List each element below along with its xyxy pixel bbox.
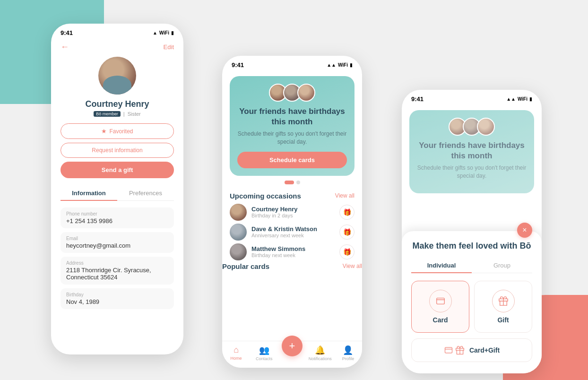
dot-1: [285, 181, 294, 184]
card-gift-combo[interactable]: Card+Gift: [411, 338, 532, 362]
star-icon: ★: [101, 128, 107, 135]
occasion-event-3: Birthday next week: [251, 252, 335, 258]
edit-button[interactable]: Edit: [164, 43, 174, 51]
gift-button-2[interactable]: 🎁: [339, 225, 355, 240]
field-phone-value: +1 254 135 9986: [66, 217, 168, 225]
tab-information[interactable]: Information: [61, 186, 117, 200]
gift-options-grid: Card Gift: [411, 281, 532, 333]
battery-icon-2: ▮: [350, 62, 353, 68]
field-birthday-label: Birthday: [66, 292, 168, 297]
status-icons-3: ▲▲ WiFi ▮: [506, 96, 532, 102]
wifi-icon-2: WiFi: [338, 62, 348, 68]
action-buttons: ★ Favorited Request information Send a g…: [51, 123, 183, 178]
svg-rect-0: [436, 298, 444, 304]
card-option[interactable]: Card: [411, 281, 469, 333]
svg-rect-1: [445, 347, 452, 353]
info-fields: Phone number +1 254 135 9986 Email heyco…: [51, 207, 183, 309]
friend-avatar-3: [297, 84, 315, 102]
occasion-item-2: Dave & Kristin Watson Anniversary next w…: [230, 224, 355, 241]
upcoming-view-all[interactable]: View all: [335, 192, 355, 199]
status-time-2: 9:41: [232, 61, 244, 69]
home-icon: ⌂: [233, 345, 239, 355]
status-icons-1: ▲ WiFi ▮: [153, 30, 174, 35]
field-phone: Phone number +1 254 135 9986: [61, 207, 174, 228]
occasion-event-1: Birthday in 2 days: [251, 213, 335, 218]
schedule-cards-button[interactable]: Schedule cards: [237, 152, 347, 168]
field-birthday: Birthday Nov 4, 1989: [61, 288, 174, 309]
occasion-info-2: Dave & Kristin Watson Anniversary next w…: [251, 225, 335, 238]
occasion-info-3: Matthew Simmons Birthday next week: [251, 245, 335, 258]
gift-label: Gift: [497, 316, 509, 324]
nav-contacts[interactable]: 👥 Contacts: [250, 345, 278, 361]
request-info-label: Request information: [92, 147, 142, 154]
profile-tabs: Information Preferences: [61, 186, 174, 201]
nav-fab[interactable]: +: [278, 345, 306, 361]
profile-icon: 👤: [343, 345, 353, 355]
status-icons-2: ▲▲ WiFi ▮: [327, 62, 353, 68]
nav-notifications[interactable]: 🔔 Notifications: [306, 345, 334, 361]
home-label: Home: [231, 356, 242, 361]
favorited-label: Favorited: [109, 128, 133, 135]
separator: |: [123, 111, 125, 117]
avatar: [98, 57, 136, 95]
battery-icon: ▮: [171, 30, 174, 35]
request-info-button[interactable]: Request information: [61, 143, 174, 158]
status-bar-2: 9:41 ▲▲ WiFi ▮: [222, 56, 362, 71]
modal-tab-individual[interactable]: Individual: [411, 258, 472, 273]
nav-home[interactable]: ⌂ Home: [222, 345, 250, 361]
fab-button[interactable]: +: [282, 336, 303, 356]
gift-option[interactable]: Gift: [474, 281, 532, 333]
signal-icon: ▲: [153, 30, 157, 35]
gift-icon: [492, 290, 515, 312]
profile-meta: Bō member | Sister: [51, 111, 183, 117]
gift-button-1[interactable]: 🎁: [339, 205, 355, 220]
modal-tabs: Individual Group: [411, 258, 532, 273]
hero-subtitle-3: Schedule their gifts so you don't forget…: [417, 164, 527, 180]
card-icon: [429, 290, 452, 312]
wifi-icon-3: WiFi: [518, 96, 527, 102]
signal-icon-3: ▲▲: [506, 96, 516, 102]
bo-member-badge: Bō member: [94, 111, 121, 117]
nav-profile[interactable]: 👤 Profile: [334, 345, 362, 361]
send-gift-label: Send a gift: [102, 166, 133, 173]
occasion-avatar-2: [230, 224, 247, 241]
modal-tab-group[interactable]: Group: [472, 258, 532, 273]
wifi-icon: WiFi: [159, 30, 169, 35]
gift-button-3[interactable]: 🎁: [339, 244, 355, 259]
occasion-name-3: Matthew Simmons: [251, 245, 335, 252]
friends-avatars-3: [417, 118, 527, 136]
send-gift-button[interactable]: Send a gift: [61, 162, 174, 178]
upcoming-section-header: Upcoming occasions View all: [222, 188, 362, 204]
modal-close-button[interactable]: ×: [517, 223, 532, 238]
field-email-value: heycortney@gmail.com: [66, 242, 168, 249]
combo-label: Card+Gift: [469, 346, 500, 354]
occasion-name-2: Dave & Kristin Watson: [251, 225, 335, 233]
occasion-avatar-3: [230, 243, 247, 260]
occasion-item-1: Courtney Henry Birthday in 2 days 🎁: [230, 204, 355, 221]
phone-profile: 9:41 ▲ WiFi ▮ ← Edit Courtney Henry Bō m…: [51, 24, 183, 354]
modal-title: Make them feel loved with Bō: [411, 241, 532, 251]
occasion-item-3: Matthew Simmons Birthday next week 🎁: [230, 243, 355, 260]
status-time-3: 9:41: [411, 95, 424, 103]
favorited-button[interactable]: ★ Favorited: [61, 123, 174, 139]
relationship-label: Sister: [128, 111, 141, 117]
contacts-icon: 👥: [259, 345, 269, 355]
battery-icon-3: ▮: [529, 96, 532, 102]
phone-modal: 9:41 ▲▲ WiFi ▮ Your friends have birthda…: [402, 90, 542, 373]
profile-name: Courtney Henry: [51, 99, 183, 109]
combo-icons: [444, 345, 465, 355]
card-label: Card: [433, 316, 448, 324]
tab-preferences[interactable]: Preferences: [117, 186, 174, 200]
field-email-label: Email: [66, 236, 168, 241]
avatar-wrapper: [51, 57, 183, 95]
popular-view-all[interactable]: View all: [343, 263, 362, 269]
back-button[interactable]: ←: [61, 42, 69, 52]
popular-title: Popular cards: [222, 262, 269, 270]
phone-home: 9:41 ▲▲ WiFi ▮ Your friends have birthda…: [222, 56, 362, 368]
dot-2: [296, 181, 300, 184]
hero-title-3: Your friends have birthdays this month: [417, 140, 527, 161]
friends-avatars: [237, 84, 347, 102]
hero-card: Your friends have birthdays this month S…: [230, 76, 355, 176]
occasion-info-1: Courtney Henry Birthday in 2 days: [251, 206, 335, 218]
notifications-icon: 🔔: [315, 345, 325, 355]
